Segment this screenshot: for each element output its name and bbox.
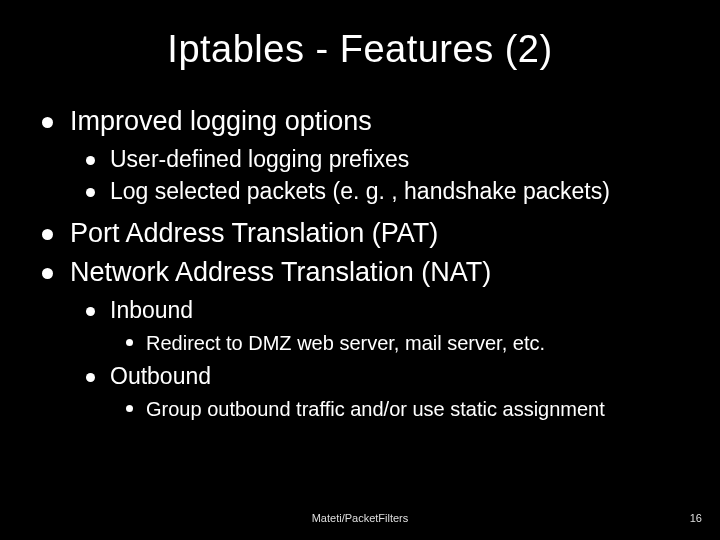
slide-title: Iptables - Features (2) [36,28,684,71]
bullet-text: Inbound [110,297,193,323]
bullet-nat: Network Address Translation (NAT) Inboun… [36,256,684,422]
bullet-text: Improved logging options [70,106,372,136]
bullet-text: Port Address Translation (PAT) [70,218,438,248]
bullet-list: Improved logging options User-defined lo… [36,105,684,422]
bullet-redirect-dmz: Redirect to DMZ web server, mail server,… [120,330,684,356]
bullet-outbound: Outbound Group outbound traffic and/or u… [80,362,684,422]
footer-center: Mateti/PacketFilters [0,512,720,524]
bullet-user-defined-prefixes: User-defined logging prefixes [80,145,684,175]
sub-list: User-defined logging prefixes Log select… [70,145,684,207]
bullet-text: Network Address Translation (NAT) [70,257,491,287]
bullet-group-outbound: Group outbound traffic and/or use static… [120,396,684,422]
bullet-text: Outbound [110,363,211,389]
bullet-text: Redirect to DMZ web server, mail server,… [146,332,545,354]
bullet-pat: Port Address Translation (PAT) [36,217,684,251]
sub-sub-list: Group outbound traffic and/or use static… [110,396,684,422]
sub-list: Inbound Redirect to DMZ web server, mail… [70,296,684,422]
bullet-improved-logging: Improved logging options User-defined lo… [36,105,684,207]
sub-sub-list: Redirect to DMZ web server, mail server,… [110,330,684,356]
bullet-text: Log selected packets (e. g. , handshake … [110,178,610,204]
page-number: 16 [690,512,702,524]
bullet-text: Group outbound traffic and/or use static… [146,398,605,420]
bullet-text: User-defined logging prefixes [110,146,409,172]
slide: Iptables - Features (2) Improved logging… [0,0,720,540]
bullet-log-selected-packets: Log selected packets (e. g. , handshake … [80,177,684,207]
bullet-inbound: Inbound Redirect to DMZ web server, mail… [80,296,684,356]
